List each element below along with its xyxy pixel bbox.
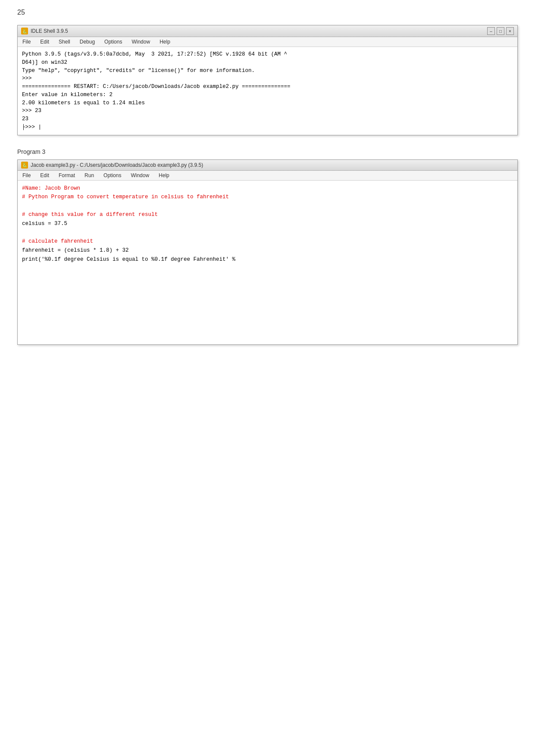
shell-line-2: D64)] on win32	[22, 59, 67, 66]
code-line-7: # calculate fahrenheit	[22, 238, 93, 244]
shell-menu-edit[interactable]: Edit	[39, 38, 50, 45]
shell-line-1: Python 3.9.5 (tags/v3.9.5:0a7dcbd, May 3…	[22, 51, 287, 57]
code-line-8: fahrenheit = (celsius * 1.8) + 32	[22, 247, 129, 253]
shell-window-title: IDLE Shell 3.9.5	[31, 28, 68, 34]
idle-shell-window: 🐍 IDLE Shell 3.9.5 – □ × File Edit Shell…	[17, 25, 518, 135]
code-line-9: print('%0.1f degree Celsius is equal to …	[22, 256, 235, 262]
shell-line-7: 2.00 kilometers is equal to 1.24 miles	[22, 100, 145, 106]
editor-window-title: Jacob example3.py - C:/Users/jacob/Downl…	[31, 162, 203, 168]
shell-content: Python 3.9.5 (tags/v3.9.5:0a7dcbd, May 3…	[18, 47, 517, 135]
editor-menu-edit[interactable]: Edit	[39, 172, 50, 179]
editor-menu-window[interactable]: Window	[129, 172, 150, 179]
shell-menubar: File Edit Shell Debug Options Window Hel…	[18, 37, 517, 47]
shell-line-8: >>> 23	[22, 108, 41, 114]
shell-menu-file[interactable]: File	[21, 38, 32, 45]
editor-menubar: File Edit Format Run Options Window Help	[18, 171, 517, 181]
editor-window: 🐍 Jacob example3.py - C:/Users/jacob/Dow…	[17, 159, 518, 345]
shell-line-10: ├>>> |	[22, 124, 41, 130]
editor-menu-run[interactable]: Run	[83, 172, 95, 179]
shell-close-button[interactable]: ×	[506, 27, 514, 35]
shell-menu-shell[interactable]: Shell	[57, 38, 72, 45]
page-number: 25	[17, 9, 518, 16]
shell-line-5: =============== RESTART: C:/Users/jacob/…	[22, 84, 291, 90]
editor-content: #Name: Jacob Brown # Python Program to c…	[18, 181, 517, 344]
shell-line-4: >>>	[22, 75, 32, 81]
code-line-5: celsius = 37.5	[22, 221, 67, 227]
editor-menu-format[interactable]: Format	[57, 172, 76, 179]
editor-titlebar: 🐍 Jacob example3.py - C:/Users/jacob/Dow…	[18, 160, 517, 171]
code-line-4: # change this value for a different resu…	[22, 212, 158, 218]
shell-line-6: Enter value in kilometers: 2	[22, 92, 113, 98]
editor-menu-file[interactable]: File	[21, 172, 32, 179]
editor-menu-help[interactable]: Help	[157, 172, 171, 179]
shell-maximize-button[interactable]: □	[497, 27, 504, 35]
editor-window-icon: 🐍	[21, 162, 28, 169]
shell-window-controls[interactable]: – □ ×	[487, 27, 514, 35]
shell-menu-window[interactable]: Window	[130, 38, 151, 45]
code-line-1: #Name: Jacob Brown	[22, 185, 80, 191]
shell-window-icon: 🐍	[21, 28, 28, 34]
shell-titlebar-left: 🐍 IDLE Shell 3.9.5	[21, 28, 68, 34]
shell-menu-help[interactable]: Help	[158, 38, 172, 45]
shell-line-3: Type "help", "copyright", "credits" or "…	[22, 68, 255, 74]
editor-titlebar-left: 🐍 Jacob example3.py - C:/Users/jacob/Dow…	[21, 162, 203, 169]
shell-line-9: 23	[22, 116, 28, 122]
shell-menu-debug[interactable]: Debug	[78, 38, 96, 45]
shell-menu-options[interactable]: Options	[103, 38, 123, 45]
program3-label: Program 3	[17, 148, 518, 155]
code-line-2: # Python Program to convert temperature …	[22, 194, 229, 200]
shell-titlebar: 🐍 IDLE Shell 3.9.5 – □ ×	[18, 25, 517, 37]
editor-menu-options[interactable]: Options	[102, 172, 122, 179]
shell-minimize-button[interactable]: –	[487, 27, 495, 35]
